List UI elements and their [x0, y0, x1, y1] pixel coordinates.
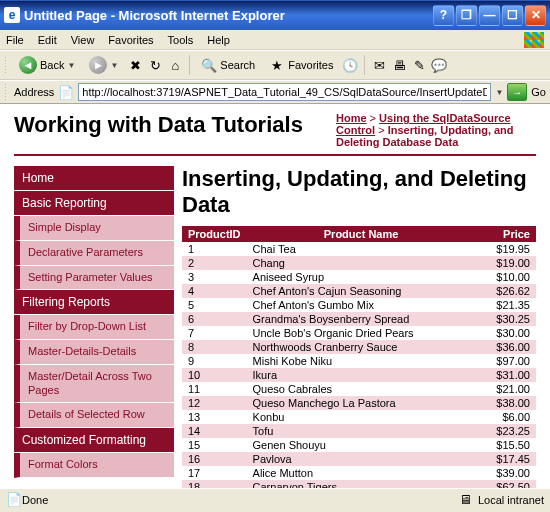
menu-help[interactable]: Help	[207, 34, 230, 46]
discuss-icon[interactable]: 💬	[431, 57, 447, 73]
breadcrumb: Home > Using the SqlDataSource Control >…	[336, 112, 536, 148]
go-button[interactable]: →	[507, 83, 527, 101]
cell-id: 5	[182, 298, 247, 312]
table-row: 9Mishi Kobe Niku$97.00	[182, 354, 536, 368]
forward-button[interactable]: ►▼	[84, 54, 123, 76]
table-row: 7Uncle Bob's Organic Dried Pears$30.00	[182, 326, 536, 340]
favorites-button[interactable]: ★Favorites	[264, 55, 338, 75]
page-heading: Inserting, Updating, and Deleting Data	[182, 166, 536, 218]
refresh-icon[interactable]: ↻	[147, 57, 163, 73]
cell-name: Konbu	[247, 410, 476, 424]
go-label: Go	[531, 86, 546, 98]
zone-icon: 🖥	[458, 492, 474, 508]
table-row: 3Aniseed Syrup$10.00	[182, 270, 536, 284]
cell-price: $19.95	[476, 242, 536, 256]
back-button[interactable]: ◄Back▼	[14, 54, 80, 76]
col-productname: Product Name	[247, 226, 476, 242]
print-icon[interactable]: 🖶	[391, 57, 407, 73]
cell-id: 15	[182, 438, 247, 452]
sidebar-item[interactable]: Details of Selected Row	[14, 403, 174, 428]
address-input[interactable]	[78, 83, 491, 101]
table-row: 2Chang$19.00	[182, 256, 536, 270]
cell-price: $6.00	[476, 410, 536, 424]
table-row: 5Chef Anton's Gumbo Mix$21.35	[182, 298, 536, 312]
sidebar-section-basic-reporting[interactable]: Basic Reporting	[14, 191, 174, 216]
restore-down-button[interactable]: ❐	[456, 5, 477, 26]
search-button[interactable]: 🔍Search	[196, 55, 260, 75]
cell-price: $38.00	[476, 396, 536, 410]
home-icon[interactable]: ⌂	[167, 57, 183, 73]
table-row: 11Queso Cabrales$21.00	[182, 382, 536, 396]
cell-price: $19.00	[476, 256, 536, 270]
cell-id: 2	[182, 256, 247, 270]
stop-icon[interactable]: ✖	[127, 57, 143, 73]
menu-file[interactable]: File	[6, 34, 24, 46]
sidebar-item[interactable]: Master-Details-Details	[14, 340, 174, 365]
sidebar: Home Basic Reporting Simple DisplayDecla…	[14, 166, 174, 488]
chevron-down-icon: ▼	[67, 61, 75, 70]
address-bar: Address 📄 ▼ → Go	[0, 80, 550, 104]
cell-price: $23.25	[476, 424, 536, 438]
toolbar-handle[interactable]	[4, 56, 8, 74]
minimize-button[interactable]: —	[479, 5, 500, 26]
breadcrumb-home[interactable]: Home	[336, 112, 367, 124]
help-button[interactable]: ?	[433, 5, 454, 26]
col-price: Price	[476, 226, 536, 242]
cell-id: 7	[182, 326, 247, 340]
cell-price: $17.45	[476, 452, 536, 466]
cell-price: $21.00	[476, 382, 536, 396]
cell-price: $97.00	[476, 354, 536, 368]
sidebar-item[interactable]: Declarative Parameters	[14, 241, 174, 266]
col-productid: ProductID	[182, 226, 247, 242]
table-row: 17Alice Mutton$39.00	[182, 466, 536, 480]
close-button[interactable]: ✕	[525, 5, 546, 26]
forward-icon: ►	[89, 56, 107, 74]
edit-icon[interactable]: ✎	[411, 57, 427, 73]
cell-price: $10.00	[476, 270, 536, 284]
menu-edit[interactable]: Edit	[38, 34, 57, 46]
cell-name: Queso Manchego La Pastora	[247, 396, 476, 410]
table-row: 12Queso Manchego La Pastora$38.00	[182, 396, 536, 410]
menu-view[interactable]: View	[71, 34, 95, 46]
sidebar-item[interactable]: Setting Parameter Values	[14, 266, 174, 291]
cell-name: Grandma's Boysenberry Spread	[247, 312, 476, 326]
sidebar-item[interactable]: Format Colors	[14, 453, 174, 478]
done-icon: 📄	[6, 492, 22, 508]
site-title: Working with Data Tutorials	[14, 112, 303, 138]
maximize-button[interactable]: ☐	[502, 5, 523, 26]
back-label: Back	[40, 59, 64, 71]
cell-name: Ikura	[247, 368, 476, 382]
table-row: 15Genen Shouyu$15.50	[182, 438, 536, 452]
separator	[364, 55, 365, 75]
table-row: 13Konbu$6.00	[182, 410, 536, 424]
ie-icon: e	[4, 7, 20, 23]
search-label: Search	[220, 59, 255, 71]
menu-favorites[interactable]: Favorites	[108, 34, 153, 46]
cell-name: Mishi Kobe Niku	[247, 354, 476, 368]
address-dropdown-icon[interactable]: ▼	[495, 88, 503, 97]
menu-tools[interactable]: Tools	[168, 34, 194, 46]
sidebar-section-custom-formatting[interactable]: Customized Formatting	[14, 428, 174, 453]
sidebar-item[interactable]: Simple Display	[14, 216, 174, 241]
sidebar-item-home[interactable]: Home	[14, 166, 174, 191]
cell-id: 10	[182, 368, 247, 382]
history-icon[interactable]: 🕓	[342, 57, 358, 73]
sidebar-item[interactable]: Filter by Drop-Down List	[14, 315, 174, 340]
sidebar-section-filtering[interactable]: Filtering Reports	[14, 290, 174, 315]
cell-id: 11	[182, 382, 247, 396]
cell-id: 1	[182, 242, 247, 256]
cell-price: $15.50	[476, 438, 536, 452]
address-label: Address	[14, 86, 54, 98]
separator	[189, 55, 190, 75]
cell-id: 3	[182, 270, 247, 284]
cell-id: 12	[182, 396, 247, 410]
cell-price: $26.62	[476, 284, 536, 298]
mail-icon[interactable]: ✉	[371, 57, 387, 73]
cell-name: Northwoods Cranberry Sauce	[247, 340, 476, 354]
address-handle[interactable]	[4, 83, 8, 101]
cell-id: 14	[182, 424, 247, 438]
sidebar-item[interactable]: Master/Detail Across Two Pages	[14, 365, 174, 404]
titlebar: e Untitled Page - Microsoft Internet Exp…	[0, 0, 550, 30]
cell-id: 6	[182, 312, 247, 326]
cell-name: Chai Tea	[247, 242, 476, 256]
